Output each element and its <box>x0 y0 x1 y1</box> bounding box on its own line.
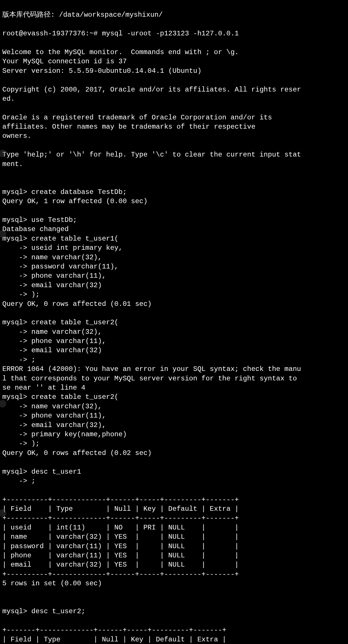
terminal-window[interactable]: 版本库代码路径: /data/workspace/myshixun/ root@… <box>0 0 348 644</box>
mysql-session-output: mysql> create database TestDb; Query OK,… <box>2 188 301 485</box>
desc-table-user2: +-------+-------------+------+-----+----… <box>2 626 226 644</box>
desc-table-user1: +----------+-------------+------+-----+-… <box>2 496 239 588</box>
mid-command-block: mysql> desc t_user2; <box>2 607 85 615</box>
shell-prompt-line: root@evassh-19377376:~# mysql -uroot -p1… <box>2 30 239 37</box>
mysql-banner: Welcome to the MySQL monitor. Commands e… <box>2 48 301 168</box>
repo-path-line: 版本库代码路径: /data/workspace/myshixun/ <box>2 11 163 19</box>
